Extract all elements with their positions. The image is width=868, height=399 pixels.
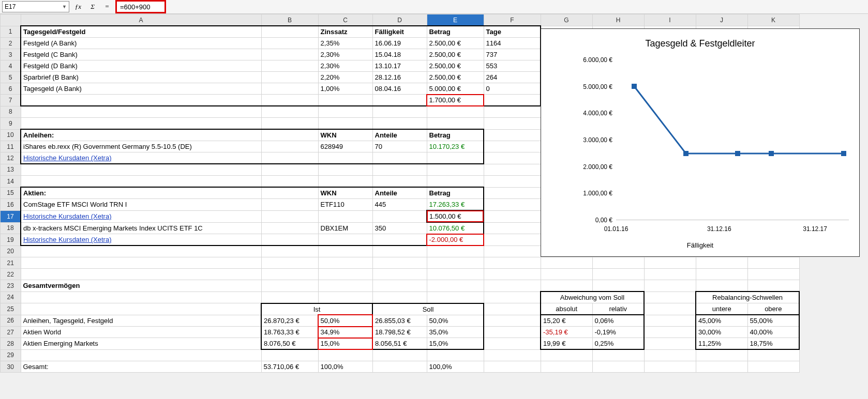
cell[interactable] — [484, 315, 541, 327]
cell[interactable] — [318, 280, 372, 292]
cell[interactable] — [427, 118, 484, 130]
cell-selected[interactable]: 1.500,00 € — [427, 210, 484, 222]
cell[interactable]: obere — [747, 303, 799, 315]
cell[interactable] — [484, 176, 541, 188]
cell[interactable]: Gesamt: — [21, 361, 261, 373]
cell[interactable] — [261, 210, 318, 222]
row-header[interactable]: 29 — [1, 349, 21, 361]
cell[interactable] — [484, 222, 541, 234]
cell[interactable] — [261, 49, 318, 60]
cell[interactable] — [261, 83, 318, 95]
cell[interactable]: relativ — [592, 303, 644, 315]
cell[interactable] — [261, 291, 318, 303]
cell[interactable]: 34,9% — [318, 327, 372, 338]
cell[interactable] — [644, 280, 696, 292]
cell[interactable] — [427, 291, 484, 303]
cell[interactable]: 1,00% — [318, 83, 372, 95]
cell[interactable] — [318, 257, 372, 269]
cell[interactable] — [541, 349, 592, 361]
cell[interactable] — [372, 269, 427, 280]
cell[interactable] — [318, 152, 372, 164]
cell[interactable] — [261, 60, 318, 72]
row-header[interactable]: 16 — [1, 199, 21, 211]
cell[interactable]: 100,0% — [318, 361, 372, 373]
cell[interactable]: 445 — [372, 199, 427, 211]
cell[interactable] — [427, 269, 484, 280]
cell[interactable] — [484, 280, 541, 292]
cell[interactable] — [747, 269, 799, 280]
cell[interactable] — [644, 349, 696, 361]
cell[interactable] — [427, 349, 484, 361]
sum-icon[interactable]: Σ — [87, 2, 98, 12]
cell[interactable]: Festgeld (A Bank) — [21, 38, 261, 49]
cell[interactable]: Aktien: — [21, 187, 261, 199]
cell[interactable]: Ist — [261, 303, 372, 315]
cell[interactable]: 08.04.16 — [372, 83, 427, 95]
cell[interactable]: 2,20% — [318, 72, 372, 83]
cell[interactable]: 2,35% — [318, 38, 372, 49]
cell[interactable] — [318, 291, 372, 303]
cell[interactable]: Sparbrief (B Bank) — [21, 72, 261, 83]
cell[interactable] — [21, 303, 261, 315]
cell[interactable]: Aktien World — [21, 327, 261, 338]
cell[interactable] — [484, 210, 541, 222]
cell[interactable] — [21, 164, 261, 176]
cell[interactable]: 0,06% — [592, 315, 644, 327]
cell[interactable] — [484, 95, 541, 106]
cell[interactable] — [696, 280, 747, 292]
cell[interactable]: 5.000,00 € — [427, 83, 484, 95]
cell[interactable] — [372, 349, 427, 361]
cell[interactable] — [644, 327, 696, 338]
cell[interactable]: 2.500,00 € — [427, 60, 484, 72]
cell[interactable]: -35,19 € — [541, 327, 592, 338]
cell[interactable] — [318, 210, 372, 222]
cell[interactable] — [484, 141, 541, 152]
cell[interactable] — [318, 164, 372, 176]
col-header-i[interactable]: I — [644, 14, 696, 26]
row-header[interactable]: 13 — [1, 164, 21, 176]
row-header[interactable]: 11 — [1, 141, 21, 152]
row-header[interactable]: 23 — [1, 280, 21, 292]
cell[interactable]: 13.10.17 — [372, 60, 427, 72]
cell[interactable]: Abweichung vom Soll — [541, 291, 644, 303]
cell[interactable] — [372, 118, 427, 130]
row-header[interactable]: 21 — [1, 257, 21, 269]
cell[interactable] — [21, 257, 261, 269]
row-header[interactable]: 19 — [1, 234, 21, 246]
cell[interactable] — [747, 280, 799, 292]
cell[interactable] — [484, 152, 541, 164]
cell[interactable] — [372, 164, 427, 176]
cell[interactable] — [21, 106, 261, 118]
cell[interactable] — [261, 129, 318, 141]
cell[interactable] — [372, 257, 427, 269]
cell[interactable] — [427, 152, 484, 164]
cell-link[interactable]: Historische Kursdaten (Xetra) — [21, 210, 261, 222]
cell[interactable]: 100,0% — [427, 361, 484, 373]
row-header[interactable]: 14 — [1, 176, 21, 188]
cell[interactable] — [261, 187, 318, 199]
cell[interactable]: 8.056,51 € — [372, 338, 427, 350]
cell[interactable] — [261, 199, 318, 211]
cell[interactable]: 10.076,50 € — [427, 222, 484, 234]
cell[interactable] — [484, 257, 541, 269]
cell[interactable] — [427, 245, 484, 257]
cell[interactable] — [372, 245, 427, 257]
cell[interactable]: db x-trackers MSCI Emerging Markets Inde… — [21, 222, 261, 234]
row-header[interactable]: 12 — [1, 152, 21, 164]
cell[interactable]: Aktien Emerging Markets — [21, 338, 261, 350]
cell[interactable] — [484, 349, 541, 361]
cell[interactable] — [21, 118, 261, 130]
cell[interactable] — [427, 280, 484, 292]
cell[interactable]: -2.000,00 € — [427, 234, 484, 246]
cell[interactable]: 15.04.18 — [372, 49, 427, 60]
cell[interactable] — [592, 257, 644, 269]
equals-icon[interactable]: = — [101, 2, 113, 12]
cell[interactable] — [318, 118, 372, 130]
cell[interactable] — [21, 349, 261, 361]
cell[interactable]: 50,0% — [318, 315, 372, 327]
cell[interactable] — [644, 361, 696, 373]
cell[interactable] — [318, 176, 372, 188]
row-header[interactable]: 1 — [1, 26, 21, 38]
row-header[interactable]: 17 — [1, 210, 21, 222]
cell[interactable] — [261, 38, 318, 49]
